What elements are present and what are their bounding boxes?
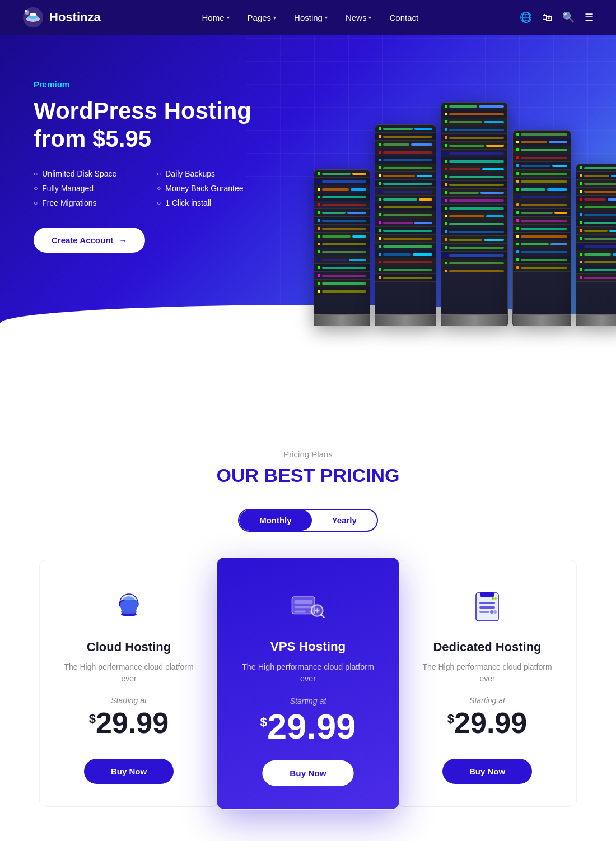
bag-icon[interactable]: 🛍 (542, 12, 552, 24)
svg-rect-28 (479, 611, 489, 613)
brand-name: Hostinza (49, 10, 101, 25)
cloud-card-desc: The High performance cloud platform ever (58, 661, 200, 685)
arrow-icon: → (119, 235, 127, 245)
svg-rect-26 (479, 602, 495, 604)
svg-rect-16 (295, 606, 313, 608)
dedicated-price: $29.99 (447, 708, 527, 737)
navbar-utilities: 🌐 🛍 🔍 ☰ (520, 11, 594, 24)
dedicated-card-title: Dedicated Hosting (433, 640, 541, 655)
pricing-card-vps: VPS Hosting The High performance cloud p… (217, 558, 399, 810)
dedicated-buy-button[interactable]: Buy Now (442, 759, 532, 784)
hero-feature-4: Money Back Gurantee (157, 184, 269, 193)
svg-rect-17 (295, 610, 306, 612)
menu-icon[interactable]: ☰ (585, 11, 594, 24)
svg-rect-27 (479, 606, 495, 609)
hero-section: Premium WordPress Hosting from $5.95 Unl… (0, 35, 616, 360)
chevron-down-icon: ▾ (368, 15, 371, 21)
nav-item-contact[interactable]: Contact (389, 13, 418, 22)
svg-point-5 (25, 10, 27, 12)
svg-point-31 (492, 597, 494, 600)
server-rack-center-left (375, 124, 436, 326)
hero-title: WordPress Hosting from $5.95 (34, 97, 269, 154)
svg-point-30 (493, 610, 497, 614)
cloud-card-title: Cloud Hosting (87, 640, 171, 655)
pricing-title: OUR BEST PRICING (34, 465, 582, 486)
hero-feature-5: Free Migrations (34, 198, 146, 207)
svg-point-29 (490, 610, 493, 614)
globe-icon[interactable]: 🌐 (520, 11, 532, 24)
svg-point-13 (121, 607, 137, 612)
server-rack-right (512, 130, 572, 326)
svg-rect-25 (480, 592, 494, 597)
vps-card-desc: The High performance cloud platform ever (235, 661, 380, 685)
dedicated-hosting-icon (467, 587, 507, 628)
hero-features: Unlimited Disk Space Daily Backups Fully… (34, 169, 269, 207)
hero-content: Premium WordPress Hosting from $5.95 Unl… (34, 80, 269, 253)
cloud-hosting-icon (109, 587, 149, 628)
toggle-monthly-button[interactable]: Monthly (239, 510, 312, 531)
chevron-down-icon: ▾ (325, 15, 328, 21)
nav-item-pages[interactable]: Pages ▾ (248, 13, 277, 22)
vps-card-title: VPS Hosting (270, 639, 346, 654)
pricing-card-cloud: Cloud Hosting The High performance cloud… (39, 560, 218, 807)
search-icon[interactable]: 🔍 (562, 11, 575, 24)
svg-rect-15 (295, 600, 313, 604)
dedicated-starting-label: Starting at (469, 696, 505, 705)
vps-buy-button[interactable]: Buy Now (262, 760, 353, 786)
dedicated-card-desc: The High performance cloud platform ever (416, 661, 558, 685)
nav-item-home[interactable]: Home ▾ (202, 13, 230, 22)
pricing-toggle: Monthly Yearly (238, 509, 378, 532)
server-rack-left (314, 169, 370, 326)
svg-point-32 (494, 597, 497, 600)
hero-feature-3: Fully Managed (34, 184, 146, 193)
svg-point-3 (30, 13, 36, 16)
pricing-section: Pricing Plans OUR BEST PRICING Monthly Y… (0, 405, 616, 841)
cloud-starting-label: Starting at (111, 696, 147, 705)
pricing-card-dedicated: Dedicated Hosting The High performance c… (398, 560, 577, 807)
pricing-cards: Cloud Hosting The High performance cloud… (34, 560, 582, 807)
nav-item-news[interactable]: News ▾ (346, 13, 372, 22)
toggle-yearly-button[interactable]: Yearly (312, 510, 377, 531)
create-account-button[interactable]: Create Account → (34, 228, 145, 253)
pricing-subtitle: Pricing Plans (34, 449, 582, 459)
vps-price: $29.99 (260, 709, 356, 744)
hero-feature-6: 1 Click install (157, 198, 269, 207)
hero-feature-1: Unlimited Disk Space (34, 169, 146, 178)
cloud-price: $29.99 (89, 708, 169, 737)
svg-line-20 (321, 615, 324, 618)
hero-feature-2: Daily Backups (157, 169, 269, 178)
hero-spacer (0, 360, 616, 405)
vps-starting-label: Starting at (290, 696, 326, 705)
server-rack-far-right (576, 164, 616, 326)
vps-hosting-icon (287, 586, 328, 626)
navbar: Hostinza Home ▾ Pages ▾ Hosting ▾ News ▾… (0, 0, 616, 35)
server-rack-center (441, 102, 507, 326)
server-racks-illustration (314, 102, 616, 326)
cloud-buy-button[interactable]: Buy Now (84, 759, 174, 784)
nav-menu: Home ▾ Pages ▾ Hosting ▾ News ▾ Contact (202, 13, 419, 22)
brand-logo[interactable]: Hostinza (22, 7, 101, 28)
chevron-down-icon: ▾ (273, 15, 276, 21)
nav-item-hosting[interactable]: Hosting ▾ (294, 13, 328, 22)
chevron-down-icon: ▾ (227, 15, 230, 21)
logo-icon (22, 7, 44, 28)
hero-badge: Premium (34, 80, 269, 89)
